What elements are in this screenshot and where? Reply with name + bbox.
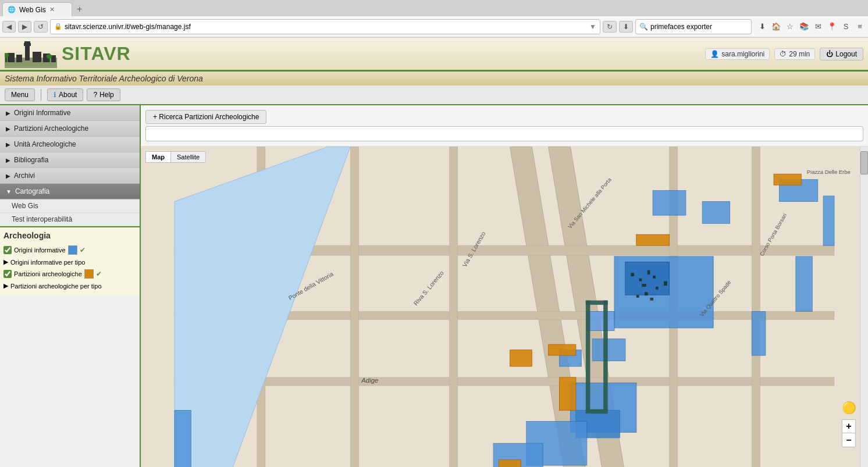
download-btn[interactable]: ⬇ <box>619 21 633 33</box>
chevron-right-icon: ▶ <box>3 282 8 290</box>
zoom-out-btn[interactable]: − <box>842 433 856 447</box>
layer-partizioni-per-tipo[interactable]: ▶ Partizioni archeologiche per tipo <box>3 280 136 291</box>
location-icon[interactable]: 📍 <box>826 21 838 33</box>
zoom-in-btn[interactable]: + <box>842 419 856 433</box>
pegman-icon[interactable]: 🟡 <box>842 401 856 415</box>
svg-rect-33 <box>587 312 614 331</box>
svg-rect-21 <box>450 147 458 467</box>
nav-bar: ◀ ▶ ↺ 🔒 ▼ ↻ ⬇ 🔍 ⬇ 🏠 ☆ 📚 ✉ 📍 S ≡ <box>0 16 868 37</box>
forward-btn[interactable]: ▶ <box>18 21 31 33</box>
user-info: 👤 sara.migliorini <box>705 48 770 60</box>
layer-partizioni-per-tipo-label: Partizioni archeologiche per tipo <box>10 283 102 290</box>
sidebar-sub-test[interactable]: Test interoperabilità <box>0 213 140 226</box>
svg-rect-34 <box>653 191 686 216</box>
address-input[interactable] <box>65 23 587 31</box>
bookmark-icon[interactable]: 📚 <box>798 21 810 33</box>
tab-bar: 🌐 Web Gis ✕ + <box>0 0 868 16</box>
map-container[interactable]: Map Satellite <box>141 147 868 467</box>
layer-partizioni-checkbox[interactable] <box>3 270 12 278</box>
chevron-right-icon: ▶ <box>6 157 10 163</box>
svg-rect-44 <box>499 460 521 467</box>
back-btn[interactable]: ◀ <box>2 21 16 33</box>
sidebar-item-unita-archeologiche[interactable]: ▶ Unità Archeologiche <box>0 137 140 152</box>
layer-origini-per-tipo[interactable]: ▶ Origini informative per tipo <box>3 256 136 268</box>
logout-button[interactable]: ⏻ Logout <box>820 48 863 60</box>
refresh-btn[interactable]: ↺ <box>34 21 48 33</box>
svg-rect-58 <box>642 284 646 287</box>
layer-origini-color[interactable] <box>68 245 77 255</box>
layer-origini-checkbox[interactable] <box>3 246 12 254</box>
svg-rect-51 <box>586 301 590 411</box>
sidebar-item-partizioni-archeologiche[interactable]: ▶ Partizioni Archeologiche <box>0 121 140 137</box>
skype-icon[interactable]: S <box>840 21 852 33</box>
svg-rect-41 <box>549 344 576 355</box>
star-icon[interactable]: ☆ <box>784 21 796 33</box>
map-area: + Ricerca Partizioni Archeologiche Map S… <box>141 105 868 467</box>
svg-rect-20 <box>350 147 358 467</box>
sidebar-item-cartografia[interactable]: ▼ Cartografia <box>0 184 140 199</box>
subtitle-bar: Sistema Informativo Territoriale Archeol… <box>0 72 868 85</box>
map-scrollbar[interactable] <box>860 147 868 467</box>
help-button[interactable]: ? Help <box>87 88 120 101</box>
menu-button[interactable]: Menu <box>5 88 35 101</box>
logo-title: SITAVR <box>62 43 131 65</box>
chevron-down-icon: ▼ <box>6 188 12 195</box>
layer-partizioni-label: Partizioni archeologiche <box>14 270 82 277</box>
layer-partizioni-check-icon[interactable]: ✔ <box>96 270 102 278</box>
svg-rect-54 <box>586 409 608 414</box>
archeologia-panel: Archeologia Origini informative ✔ ▶ Orig… <box>0 226 140 295</box>
layer-partizioni-color[interactable] <box>84 269 94 279</box>
search-input[interactable] <box>650 23 748 31</box>
search-partition-button[interactable]: + Ricerca Partizioni Archeologiche <box>145 110 266 124</box>
sidebar-sub-label-webgis: Web Gis <box>12 202 38 210</box>
layer-origini-check-icon[interactable]: ✔ <box>80 246 86 254</box>
svg-rect-53 <box>586 301 608 305</box>
user-area: 👤 sara.migliorini ⏱ 29 min ⏻ Logout <box>705 48 863 60</box>
svg-rect-63 <box>636 295 639 298</box>
scrollbar-thumb[interactable] <box>860 151 868 174</box>
sidebar-sub-webgis[interactable]: Web Gis <box>0 199 140 213</box>
sidebar-label-archivi: Archivi <box>14 172 35 180</box>
sidebar-item-origini-informative[interactable]: ▶ Origini Informative <box>0 105 140 121</box>
address-bar: 🔒 ▼ <box>50 19 600 34</box>
archeologia-title: Archeologia <box>3 231 136 240</box>
main-content: ▶ Origini Informative ▶ Partizioni Arche… <box>0 105 868 467</box>
address-dropdown-icon[interactable]: ▼ <box>589 23 596 31</box>
map-btn[interactable]: Map <box>145 151 171 163</box>
app-header: SITAVR 👤 sara.migliorini ⏱ 29 min ⏻ Logo… <box>0 38 868 72</box>
sidebar-item-archivi[interactable]: ▶ Archivi <box>0 168 140 184</box>
svg-rect-39 <box>752 312 766 356</box>
map-header: + Ricerca Partizioni Archeologiche <box>141 105 868 147</box>
svg-rect-35 <box>702 202 730 224</box>
sidebar-label-unita: Unità Archeologiche <box>14 140 76 148</box>
svg-rect-37 <box>823 196 834 245</box>
about-button[interactable]: ℹ About <box>47 88 83 101</box>
new-tab-btn[interactable]: + <box>72 2 87 17</box>
timer-info: ⏱ 29 min <box>774 48 815 60</box>
svg-text:Piazza Delle Erbe: Piazza Delle Erbe <box>807 169 851 175</box>
download-icon[interactable]: ⬇ <box>756 21 768 33</box>
satellite-btn[interactable]: Satellite <box>171 151 206 163</box>
chevron-right-icon: ▶ <box>3 258 8 266</box>
sidebar-label-origini: Origini Informative <box>14 109 70 117</box>
chevron-right-icon: ▶ <box>6 110 10 116</box>
layer-origini-per-tipo-label: Origini informative per tipo <box>10 259 85 266</box>
sidebar-item-bibliografia[interactable]: ▶ Bibliografia <box>0 152 140 168</box>
menu-label: Menu <box>11 91 29 99</box>
tab-close-btn[interactable]: ✕ <box>49 6 55 13</box>
search-partition-label: + Ricerca Partizioni Archeologiche <box>153 113 259 121</box>
svg-rect-38 <box>796 256 812 312</box>
info-icon: ℹ <box>54 91 56 99</box>
svg-rect-62 <box>664 281 667 286</box>
home-icon[interactable]: 🏠 <box>770 21 782 33</box>
sidebar-label-cartografia: Cartografia <box>15 187 49 195</box>
browser-tab[interactable]: 🌐 Web Gis ✕ <box>2 2 72 16</box>
more-icon[interactable]: ≡ <box>854 21 866 33</box>
tab-title: Web Gis <box>19 6 46 14</box>
reload-btn[interactable]: ↻ <box>603 21 617 33</box>
map-toggle-container: Map Satellite <box>145 151 206 163</box>
search-partition-input[interactable] <box>145 126 863 141</box>
timer-value: 29 min <box>789 50 810 58</box>
mail-icon[interactable]: ✉ <box>812 21 824 33</box>
chevron-right-icon: ▶ <box>6 173 10 179</box>
